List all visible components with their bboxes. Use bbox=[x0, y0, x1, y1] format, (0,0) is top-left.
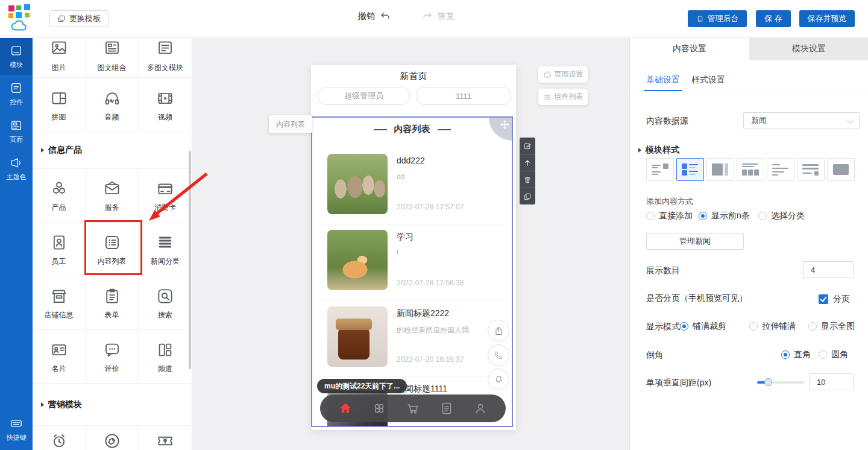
radio-select-category[interactable]: 选择分类 bbox=[758, 211, 805, 221]
module-tile-image[interactable]: 图片 bbox=[33, 37, 86, 78]
module-tile-news-category[interactable]: 新闻分类 bbox=[139, 223, 192, 276]
component-list-button[interactable]: 组件列表 bbox=[538, 89, 588, 105]
style-option-3[interactable] bbox=[706, 158, 734, 181]
module-tile-content-list[interactable]: 内容列表 bbox=[86, 223, 139, 276]
module-tile-product[interactable]: 产品 bbox=[33, 169, 86, 223]
display-count-input[interactable] bbox=[803, 261, 854, 278]
paging-checkbox-checked[interactable] bbox=[819, 294, 828, 304]
module-tile-consume-card[interactable]: 消费卡 bbox=[139, 169, 192, 223]
delete-module-button[interactable] bbox=[520, 171, 535, 188]
spacing-slider[interactable] bbox=[757, 381, 804, 384]
news-item-title[interactable]: 新闻标题2222 bbox=[397, 308, 449, 319]
rail-item-theme-color[interactable]: 主题色 bbox=[0, 150, 33, 187]
group-header-info-products[interactable]: 信息产品 bbox=[33, 132, 192, 169]
radio-fill-crop[interactable]: 铺满裁剪 bbox=[680, 321, 726, 332]
datasource-select[interactable]: 新闻 bbox=[743, 112, 860, 129]
home-icon[interactable] bbox=[338, 401, 353, 416]
rail-item-widgets[interactable]: 控件 bbox=[0, 75, 33, 112]
module-tile-shop-info[interactable]: 店铺信息 bbox=[33, 276, 86, 330]
qq-fab[interactable] bbox=[488, 369, 509, 390]
news-item-title[interactable]: 学习 bbox=[397, 232, 414, 242]
apps-icon[interactable] bbox=[372, 401, 386, 416]
news-item-title[interactable]: ddd222 bbox=[397, 156, 425, 165]
spacing-input[interactable] bbox=[809, 373, 854, 390]
rail-item-pages[interactable]: 页面 bbox=[0, 112, 33, 150]
page-builder-app: 更换模板 撤销 恢复 管理后台 保 存 保存并预览 模块 控件 bbox=[0, 0, 868, 450]
module-tile-service[interactable]: 服务 bbox=[86, 169, 139, 223]
cart-icon[interactable] bbox=[406, 401, 420, 416]
module-move-handle[interactable] bbox=[489, 118, 512, 141]
header-pill-1111[interactable]: 1111 bbox=[416, 87, 511, 105]
module-tile-multi-image-text[interactable]: 多图文模块 bbox=[139, 37, 192, 78]
page-settings-button[interactable]: 页面设置 bbox=[538, 66, 588, 83]
clipboard-icon bbox=[103, 287, 121, 305]
style-option-2-selected[interactable] bbox=[676, 158, 704, 181]
settings-panel: 内容设置 模块设置 基础设置 样式设置 内容数据源 新闻 模块样式 bbox=[629, 37, 868, 450]
module-tile-coupon[interactable] bbox=[139, 426, 192, 450]
change-template-button[interactable]: 更换模板 bbox=[49, 10, 108, 27]
redo-button[interactable]: 恢复 bbox=[422, 11, 454, 22]
undo-button[interactable]: 撤销 bbox=[358, 11, 391, 22]
save-button[interactable]: 保 存 bbox=[756, 10, 791, 27]
style-option-5[interactable] bbox=[767, 158, 794, 181]
top-toolbar: 更换模板 撤销 恢复 管理后台 保 存 保存并预览 bbox=[0, 0, 868, 38]
subtab-style-settings[interactable]: 样式设置 bbox=[691, 75, 725, 86]
module-tile-name-card[interactable]: 名片 bbox=[33, 330, 86, 384]
module-tile-image-text[interactable]: 图文组合 bbox=[86, 37, 139, 78]
storefront-icon bbox=[50, 287, 68, 305]
radio-stretch-fill[interactable]: 拉伸铺满 bbox=[749, 321, 796, 332]
image-text-icon bbox=[103, 39, 121, 57]
module-tile-channel[interactable]: 频道 bbox=[139, 330, 192, 384]
phone-call-fab[interactable] bbox=[488, 344, 509, 366]
component-list-icon bbox=[543, 93, 552, 101]
style-option-4[interactable] bbox=[737, 158, 764, 181]
group-header-marketing[interactable]: 营销模块 bbox=[33, 384, 192, 426]
radio-direct-add[interactable]: 直接添加 bbox=[646, 211, 693, 221]
display-count-label: 展示数目 bbox=[646, 265, 680, 276]
speech-bubble-icon bbox=[103, 341, 121, 359]
style-option-6[interactable] bbox=[797, 158, 825, 181]
radio-round-corner[interactable]: 圆角 bbox=[819, 349, 848, 360]
subtab-basic-settings[interactable]: 基础设置 bbox=[646, 75, 680, 86]
radio-show-first-n[interactable]: 显示前n条 bbox=[699, 211, 750, 221]
admin-backend-button[interactable]: 管理后台 bbox=[688, 10, 747, 27]
radio-show-full-image[interactable]: 显示全图 bbox=[808, 321, 855, 332]
move-up-button[interactable] bbox=[520, 154, 535, 171]
profile-icon[interactable] bbox=[473, 401, 488, 416]
module-tile-timer[interactable] bbox=[33, 426, 86, 450]
tab-content-settings[interactable]: 内容设置 bbox=[630, 37, 749, 60]
style-option-7[interactable] bbox=[827, 158, 855, 181]
news-item-image[interactable] bbox=[327, 154, 388, 214]
slider-handle[interactable] bbox=[764, 378, 772, 386]
rail-item-modules[interactable]: 模块 bbox=[0, 37, 33, 75]
news-item-image[interactable] bbox=[327, 230, 388, 290]
radio-square-corner[interactable]: 直角 bbox=[781, 349, 811, 360]
module-tile-staff[interactable]: 员工 bbox=[33, 223, 86, 276]
news-item-image[interactable] bbox=[327, 306, 388, 367]
selected-content-list-module[interactable]: 内容列表 ddd222 dd 2022-07-28 17:57:02 学习 f … bbox=[311, 116, 513, 427]
news-item-desc: f bbox=[397, 249, 398, 257]
tab-module-settings[interactable]: 模块设置 bbox=[749, 37, 868, 60]
caret-icon bbox=[638, 148, 641, 153]
module-tile-audio[interactable]: 音频 bbox=[86, 78, 139, 132]
edit-module-button[interactable] bbox=[520, 138, 535, 154]
module-tile-search[interactable]: 搜索 bbox=[139, 276, 192, 330]
module-style-section-header[interactable]: 模块样式 bbox=[638, 145, 679, 156]
item-divider bbox=[319, 376, 505, 376]
duplicate-module-button[interactable] bbox=[520, 188, 535, 204]
header-pill-admin[interactable]: 超级管理员 bbox=[318, 87, 410, 105]
module-tile-form[interactable]: 表单 bbox=[86, 276, 139, 330]
style-option-1[interactable] bbox=[646, 158, 674, 181]
module-tile-video[interactable]: 视频 bbox=[139, 78, 192, 132]
save-and-preview-button[interactable]: 保存并预览 bbox=[799, 10, 855, 27]
module-tile-tag[interactable] bbox=[86, 426, 139, 450]
module-panel-scrollbar[interactable] bbox=[189, 151, 191, 369]
module-tile-puzzle[interactable]: 拼图 bbox=[33, 78, 86, 132]
orders-icon[interactable] bbox=[439, 401, 454, 416]
qq-penguin-icon bbox=[494, 375, 504, 385]
rail-item-shortcuts[interactable]: 快捷键 bbox=[0, 410, 33, 448]
manage-news-button[interactable]: 管理新闻 bbox=[646, 233, 744, 250]
test-tooltip: mu的测试22天前下了... bbox=[317, 379, 407, 393]
share-fab[interactable] bbox=[488, 320, 509, 341]
module-tile-review[interactable]: 评价 bbox=[86, 330, 139, 384]
